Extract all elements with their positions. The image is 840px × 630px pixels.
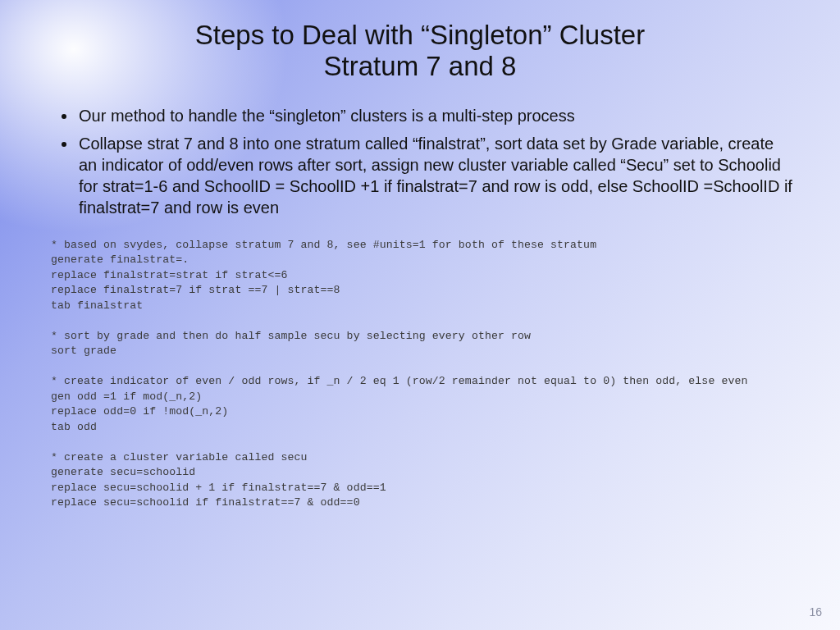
- title-line-2: Stratum 7 and 8: [0, 51, 840, 82]
- bullet-item: Our method to handle the “singleton” clu…: [77, 105, 796, 126]
- slide: Steps to Deal with “Singleton” Cluster S…: [0, 0, 840, 630]
- slide-body: Our method to handle the “singleton” clu…: [51, 105, 796, 225]
- code-block: * based on svydes, collapse stratum 7 an…: [51, 238, 796, 511]
- slide-title: Steps to Deal with “Singleton” Cluster S…: [0, 20, 840, 82]
- page-number: 16: [809, 605, 822, 619]
- bullet-item: Collapse strat 7 and 8 into one stratum …: [77, 133, 796, 218]
- title-line-1: Steps to Deal with “Singleton” Cluster: [0, 20, 840, 51]
- bullet-list: Our method to handle the “singleton” clu…: [51, 105, 796, 218]
